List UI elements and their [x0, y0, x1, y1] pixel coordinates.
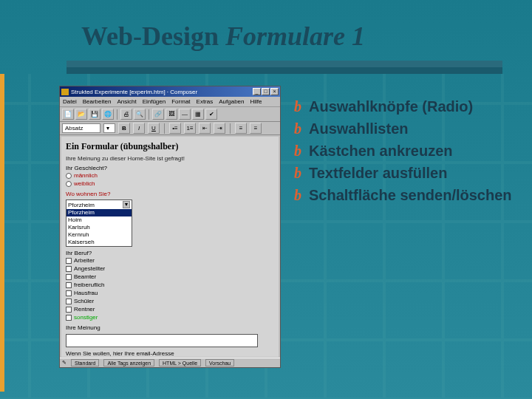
table-icon[interactable]: ▦	[192, 109, 204, 120]
link-icon[interactable]: 🔗	[152, 109, 164, 120]
window-title: Strukted Experimente [experim.htm] · Com…	[71, 89, 197, 95]
check-freiberuflich[interactable]: freiberuflich	[66, 281, 274, 289]
bullet-icon: b	[294, 120, 301, 137]
check-sonstiger[interactable]: sonstiger	[66, 313, 274, 321]
menu-extras[interactable]: Extras	[197, 98, 214, 105]
select-option[interactable]: Kaiserseh	[66, 239, 132, 246]
meinung-label: Ihre Meinung	[66, 324, 274, 331]
residence-select[interactable]: Pforzheim ▼ Pforzheim Hoim Karlsruh Kern…	[66, 200, 132, 247]
bullet-item: b Auswahllisten	[294, 120, 516, 138]
bullet-item: b Schaltfläche senden/löschen	[294, 186, 516, 205]
app-icon	[61, 89, 69, 95]
select-option[interactable]: Kernruh	[66, 231, 132, 239]
bullet-icon: b	[294, 98, 301, 115]
ul-icon[interactable]: •≡	[169, 123, 181, 134]
toolbar-format: Absatz ▾ B I U •≡ 1≡ ⇤ ⇥ ≡ ≡	[60, 122, 280, 135]
bullet-item: b Kästchen ankreuzen	[294, 142, 516, 160]
select-option[interactable]: Hoim	[66, 216, 132, 224]
indent-icon[interactable]: ⇥	[214, 123, 225, 134]
radio-icon	[66, 181, 72, 187]
image-icon[interactable]: 🖼	[166, 109, 177, 120]
bullet-icon: b	[294, 165, 301, 182]
email-label: Wenn Sie wollen, hier Ihre email-Adresse	[66, 350, 274, 357]
tab-preview[interactable]: Vorschau	[205, 359, 234, 366]
align-center-icon[interactable]: ≡	[250, 123, 262, 134]
opinion-textarea[interactable]	[66, 334, 258, 347]
menu-datei[interactable]: Datei	[63, 98, 77, 105]
align-left-icon[interactable]: ≡	[235, 123, 247, 134]
chevron-down-icon[interactable]: ▼	[123, 201, 130, 208]
check-angestellter[interactable]: Angestellter	[66, 265, 274, 273]
print-icon[interactable]: 🖨	[120, 109, 132, 120]
bullet-item: b Auswahlknöpfe (Radio)	[294, 98, 516, 116]
job-label: Ihr Beruf?	[66, 250, 274, 256]
style-select[interactable]: ▾	[103, 123, 115, 133]
toolbar-main: 📄 📂 💾 🌐 🖨 🔍 🔗 🖼 — ▦ ✔	[60, 107, 280, 122]
pencil-icon: ✎	[62, 360, 66, 366]
title-italic: Formulare 1	[225, 21, 365, 51]
ol-icon[interactable]: 1≡	[184, 123, 196, 134]
bold-icon[interactable]: B	[118, 123, 130, 134]
outdent-icon[interactable]: ⇤	[199, 123, 211, 134]
residence-label: Wo wohnen Sie?	[66, 191, 274, 197]
minimize-button[interactable]: _	[253, 88, 261, 95]
menubar: Datei Bearbeiten Ansicht Einfügen Format…	[60, 97, 280, 107]
bullet-icon: b	[294, 187, 301, 204]
check-schueler[interactable]: Schüler	[66, 297, 274, 305]
open-icon[interactable]: 📂	[75, 109, 87, 120]
bullet-icon: b	[294, 143, 301, 160]
editor-pane[interactable]: Ein Formular (übungshalber) Ihre Meinung…	[61, 137, 279, 357]
spell-icon[interactable]: ✔	[205, 109, 217, 120]
hrule-icon[interactable]: —	[179, 109, 191, 120]
close-button[interactable]: ×	[270, 88, 279, 95]
maximize-button[interactable]: □	[262, 88, 270, 95]
menu-einfuegen[interactable]: Einfügen	[143, 98, 166, 105]
title-plain: Web-Design	[81, 21, 225, 51]
save-icon[interactable]: 💾	[89, 109, 100, 120]
check-arbeiter[interactable]: Arbeiter	[66, 256, 274, 265]
check-beamter[interactable]: Beamter	[66, 273, 274, 281]
slide-title: Web-Design Formulare 1	[81, 21, 365, 52]
menu-ansicht[interactable]: Ansicht	[117, 98, 136, 105]
window-titlebar: Strukted Experimente [experim.htm] · Com…	[60, 86, 280, 97]
underline-icon[interactable]: U	[148, 123, 160, 134]
new-file-icon[interactable]: 📄	[62, 109, 74, 120]
statusbar: ✎ Standard Alle Tags anzeigen HTML > Que…	[60, 358, 280, 367]
radio-male[interactable]: männlich	[66, 171, 274, 180]
title-underline	[66, 61, 502, 74]
gender-label: Ihr Geschlecht?	[66, 165, 274, 171]
form-heading: Ein Formular (übungshalber)	[66, 141, 274, 152]
form-subline: Ihre Meinung zu dieser Home-Site ist gef…	[66, 155, 274, 162]
italic-icon[interactable]: I	[133, 123, 145, 134]
menu-bearbeiten[interactable]: Bearbeiten	[83, 98, 112, 105]
menu-format[interactable]: Format	[171, 98, 190, 105]
check-hausfrau[interactable]: Hausfrau	[66, 289, 274, 297]
radio-icon	[66, 173, 72, 179]
accent-sidebar	[0, 74, 4, 392]
radio-female[interactable]: weiblich	[66, 180, 274, 188]
select-option[interactable]: Karlsruh	[66, 224, 132, 231]
bullet-list: b Auswahlknöpfe (Radio) b Auswahllisten …	[294, 98, 516, 208]
select-option[interactable]: Pforzheim	[66, 209, 132, 216]
find-icon[interactable]: 🔍	[134, 109, 146, 120]
bullet-item: b Textfelder ausfüllen	[294, 164, 516, 183]
publish-icon[interactable]: 🌐	[102, 109, 114, 120]
check-rentner[interactable]: Rentner	[66, 305, 274, 313]
composer-window: Strukted Experimente [experim.htm] · Com…	[59, 86, 281, 368]
paragraph-select[interactable]: Absatz	[62, 123, 100, 133]
tab-standard[interactable]: Standard	[71, 359, 99, 366]
menu-hilfe[interactable]: Hilfe	[250, 98, 262, 105]
tab-alltags[interactable]: Alle Tags anzeigen	[103, 359, 154, 366]
menu-aufgaben[interactable]: Aufgaben	[219, 98, 244, 105]
tab-source[interactable]: HTML > Quelle	[159, 359, 201, 366]
